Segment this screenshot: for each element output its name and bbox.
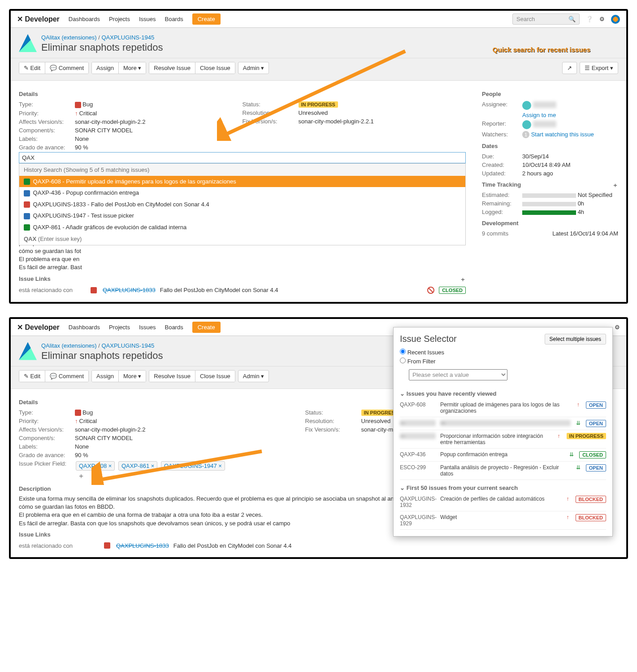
more-button[interactable]: More ▾ (118, 371, 146, 382)
tracking-heading: Time Tracking＋ (482, 181, 618, 188)
grado-label: Grado de avance: (19, 144, 75, 151)
avatar (522, 120, 531, 129)
nav-projects[interactable]: Projects (109, 324, 130, 331)
affects-label: Affects Version/s: (19, 118, 75, 125)
svg-line-0 (221, 51, 405, 136)
dev-heading: Development (482, 220, 618, 227)
create-button[interactable]: Create (192, 322, 221, 333)
priority-label: Priority: (19, 110, 75, 117)
admin-button[interactable]: Admin ▾ (238, 370, 269, 382)
bug-icon (75, 102, 81, 108)
issue-link-row[interactable]: está relacionado con QAXPLUGINS-1833 Fal… (19, 285, 466, 296)
picker-item[interactable]: QAXPLUGINS-1947 - Test issue picker (19, 210, 465, 222)
top-nav: Developer Dashboards Projects Issues Boa… (11, 11, 626, 28)
avatar (522, 101, 531, 110)
brand-logo[interactable]: Developer (17, 323, 60, 332)
type-label: Type: (19, 101, 75, 108)
screenshot-1: Quick search for recent issues Developer… (9, 9, 628, 304)
watch-link[interactable]: Start watching this issue (531, 131, 594, 138)
selector-row[interactable]: QAXP-608Permitir upload de imágenes para… (400, 399, 606, 417)
issue-picker-dropdown: History Search (Showing 5 of 5 matching … (19, 163, 466, 246)
picker-item[interactable]: QAXP-608 - Permitir upload de imágenes p… (19, 176, 465, 188)
people-heading: People (482, 91, 618, 97)
block-icon (427, 287, 434, 294)
assign-button[interactable]: Assign (92, 371, 118, 382)
add-issue-button[interactable]: ＋ (78, 471, 85, 481)
link-status: CLOSED (439, 287, 466, 294)
bug-icon (91, 287, 97, 293)
nav-issues[interactable]: Issues (139, 16, 156, 22)
selector-row[interactable]: ESCO-299Pantalla análisis de proyecto - … (400, 462, 606, 480)
select-multiple-button[interactable]: Select multiple issues (545, 334, 606, 345)
picker-item[interactable]: QAXP-861 - Añadir gráficos de evolución … (19, 222, 465, 233)
help-icon[interactable]: ❔ (586, 16, 593, 22)
nav-boards[interactable]: Boards (165, 324, 183, 331)
radio-filter[interactable]: From Filter (400, 358, 606, 365)
picker-header: History Search (Showing 5 of 5 matching … (19, 164, 465, 176)
radio-recent[interactable]: Recent Issues (400, 349, 606, 356)
comment-button[interactable]: 💬 Comment (45, 371, 88, 382)
gear-icon[interactable]: ⚙ (599, 16, 605, 22)
selector-row[interactable]: QAXPLUGINS-1932Creación de perfiles de c… (400, 493, 606, 511)
issue-link-row[interactable]: está relacionado con QAXPLUGINS-1833 Fal… (19, 541, 591, 551)
annotation-arrow (217, 47, 414, 141)
search-heading[interactable]: First 50 issues from your current search (400, 484, 606, 491)
selector-row[interactable]: QAXP-436Popup confirmación entrega⇊CLOSE… (400, 449, 606, 462)
breadcrumb[interactable]: QAlitax (extensiones) / QAXPLUGINS-1945 (19, 34, 618, 41)
components-label: Component/s: (19, 127, 75, 134)
labels-label: Labels: (19, 135, 75, 142)
nav-projects[interactable]: Projects (109, 16, 130, 22)
brand-logo[interactable]: Developer (17, 15, 60, 23)
nav-issues[interactable]: Issues (139, 324, 156, 331)
nav-dashboards[interactable]: Dashboards (69, 324, 100, 331)
selector-row[interactable]: ——⇊OPEN (400, 417, 606, 430)
create-button[interactable]: Create (192, 13, 221, 25)
issue-picker-input[interactable] (19, 152, 466, 163)
resolve-button[interactable]: Resolve Issue (149, 62, 195, 74)
svg-line-1 (96, 451, 262, 480)
user-avatar[interactable] (611, 15, 620, 24)
comment-button[interactable]: 💬 Comment (45, 62, 88, 74)
annotation-label: Quick search for recent issues (493, 46, 590, 53)
picker-item[interactable]: QAXP-436 - Popup confirmación entrega (19, 187, 465, 199)
gear-icon[interactable]: ⚙ (615, 324, 620, 331)
search-input[interactable]: Search🔍 (512, 13, 580, 25)
assign-to-me-link[interactable]: Assign to me (522, 112, 556, 118)
screenshot-2: Developer Dashboards Projects Issues Boa… (9, 317, 628, 559)
annotation-arrow-2 (91, 449, 266, 485)
edit-button[interactable]: ✎ Edit (19, 62, 45, 74)
dates-heading: Dates (482, 143, 618, 149)
picker-footer: QAX (Enter issue key) (19, 233, 465, 245)
edit-button[interactable]: ✎ Edit (19, 371, 45, 382)
priority-icon: ↑ (75, 110, 78, 117)
more-button[interactable]: More ▾ (118, 62, 146, 74)
close-button[interactable]: Close Issue (195, 371, 235, 382)
recent-heading[interactable]: Issues you have recently viewed (400, 390, 606, 397)
nav-boards[interactable]: Boards (165, 16, 183, 22)
export-button[interactable]: ☰ Export ▾ (580, 62, 618, 74)
nav-dashboards[interactable]: Dashboards (69, 16, 100, 22)
picker-item[interactable]: QAXPLUGINS-1833 - Fallo del PostJob en C… (19, 199, 465, 210)
filter-select[interactable]: Please select a value (409, 369, 507, 380)
share-button[interactable]: ↗ (562, 62, 577, 74)
watcher-count: 1 (522, 131, 529, 138)
issue-selector-dialog: Select multiple issues Issue Selector Re… (393, 327, 613, 537)
selector-row[interactable]: —Proporcionar información sobre integrac… (400, 430, 606, 449)
selector-row[interactable]: QAXPLUGINS-1929Widget↑BLOCKED (400, 511, 606, 530)
bug-icon (75, 410, 81, 416)
assign-button[interactable]: Assign (92, 62, 118, 74)
bug-icon (104, 542, 110, 549)
links-heading: Issue Links＋ (19, 275, 466, 282)
resolve-button[interactable]: Resolve Issue (149, 371, 195, 382)
